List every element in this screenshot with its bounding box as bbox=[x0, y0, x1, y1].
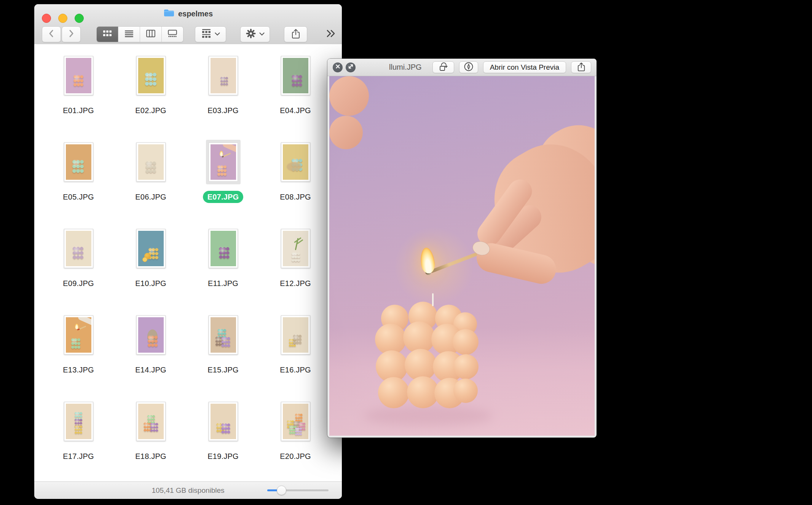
curled-finger bbox=[329, 116, 363, 149]
file-thumbnail bbox=[136, 56, 166, 95]
thumbnail-image bbox=[66, 58, 91, 93]
file-label: E18.JPG bbox=[131, 450, 171, 462]
file-item[interactable]: E10.JPG bbox=[115, 229, 187, 315]
file-label: E08.JPG bbox=[275, 191, 315, 203]
open-with-preview-label: Abrir con Vista Previa bbox=[490, 63, 559, 72]
double-chevron-right-icon bbox=[325, 29, 336, 40]
quicklook-titlebar[interactable]: llumi.JPG Abrir con Vista Previa bbox=[327, 59, 597, 76]
thumbnail-image bbox=[283, 231, 308, 266]
file-item[interactable]: E04.JPG bbox=[259, 56, 332, 142]
file-item[interactable]: E08.JPG bbox=[259, 142, 332, 229]
file-thumbnail bbox=[64, 315, 93, 355]
rotate-left-button[interactable] bbox=[432, 61, 454, 73]
thumbnail-image bbox=[211, 58, 236, 93]
file-item[interactable]: E11.JPG bbox=[187, 229, 259, 315]
quicklook-share-button[interactable] bbox=[571, 61, 591, 73]
quicklook-fullscreen-button[interactable] bbox=[346, 62, 356, 72]
file-label: E14.JPG bbox=[131, 364, 171, 376]
file-label: E10.JPG bbox=[131, 277, 171, 289]
rotate-left-icon bbox=[437, 62, 449, 73]
back-button[interactable] bbox=[42, 26, 61, 42]
grid-view-icon bbox=[103, 30, 112, 39]
chevron-down-icon bbox=[215, 31, 220, 37]
view-list-button[interactable] bbox=[118, 27, 140, 42]
thumbnail-image bbox=[138, 58, 164, 93]
file-grid: E01.JPG E02.JPG E03.JPG E04.JPG E05.JPG … bbox=[34, 44, 342, 482]
file-thumbnail bbox=[209, 229, 238, 268]
file-item[interactable]: E09.JPG bbox=[42, 229, 115, 315]
curled-finger bbox=[329, 76, 369, 116]
thumbnail-image bbox=[138, 144, 164, 180]
thumbnail-image bbox=[66, 404, 91, 439]
file-thumbnail bbox=[281, 142, 310, 182]
file-thumbnail bbox=[209, 142, 238, 182]
file-thumbnail bbox=[281, 56, 310, 95]
file-item[interactable]: E05.JPG bbox=[42, 142, 115, 229]
file-label: E13.JPG bbox=[58, 364, 98, 376]
view-mode-control bbox=[96, 26, 183, 42]
file-thumbnail bbox=[209, 315, 238, 355]
thumbnail-image bbox=[138, 231, 164, 266]
file-item[interactable]: E13.JPG bbox=[42, 315, 115, 402]
share-button[interactable] bbox=[284, 26, 307, 42]
view-gallery-button[interactable] bbox=[161, 27, 183, 42]
file-item[interactable]: E07.JPG bbox=[187, 142, 259, 229]
file-thumbnail bbox=[64, 229, 93, 268]
file-item[interactable]: E15.JPG bbox=[187, 315, 259, 402]
thumbnail-image bbox=[211, 317, 236, 353]
file-item[interactable]: E20.JPG bbox=[259, 402, 332, 482]
thumbnail-image bbox=[211, 144, 236, 180]
quicklook-close-button[interactable] bbox=[333, 62, 343, 72]
file-label: E03.JPG bbox=[203, 104, 243, 117]
slider-knob[interactable] bbox=[277, 486, 286, 495]
file-item[interactable]: E19.JPG bbox=[187, 402, 259, 482]
group-button[interactable] bbox=[195, 26, 226, 42]
file-label: E16.JPG bbox=[275, 364, 315, 376]
thumbnail-image bbox=[211, 404, 236, 439]
action-menu-button[interactable] bbox=[240, 26, 270, 42]
file-item[interactable]: E14.JPG bbox=[115, 315, 187, 402]
file-label: E19.JPG bbox=[203, 450, 243, 462]
thumbnail-image bbox=[211, 231, 236, 266]
file-thumbnail bbox=[281, 229, 310, 268]
forward-button[interactable] bbox=[62, 26, 81, 42]
finder-window: espelmes bbox=[34, 4, 342, 499]
finder-titlebar[interactable]: espelmes bbox=[34, 4, 342, 45]
open-with-preview-button[interactable]: Abrir con Vista Previa bbox=[483, 61, 566, 73]
preview-photo bbox=[329, 76, 595, 436]
list-view-icon bbox=[124, 30, 134, 39]
file-label: E02.JPG bbox=[131, 104, 171, 117]
markup-button[interactable] bbox=[459, 61, 478, 73]
file-thumbnail bbox=[209, 402, 238, 441]
toolbar-overflow-button[interactable] bbox=[325, 29, 336, 40]
file-item[interactable]: E01.JPG bbox=[42, 56, 115, 142]
chevron-right-icon bbox=[67, 29, 75, 39]
file-item[interactable]: E18.JPG bbox=[115, 402, 187, 482]
file-label: E15.JPG bbox=[203, 364, 243, 376]
file-thumbnail bbox=[64, 142, 93, 182]
file-label: E06.JPG bbox=[131, 191, 171, 203]
file-thumbnail bbox=[136, 315, 166, 355]
thumbnail-image bbox=[283, 404, 308, 439]
thumbnail-image bbox=[66, 231, 91, 266]
thumbnail-image bbox=[283, 58, 308, 93]
file-label: E05.JPG bbox=[58, 191, 98, 203]
file-label: E07.JPG bbox=[203, 191, 244, 203]
folder-icon bbox=[163, 8, 175, 19]
thumbnail-image bbox=[66, 144, 91, 180]
file-item[interactable]: E02.JPG bbox=[115, 56, 187, 142]
view-columns-button[interactable] bbox=[140, 27, 161, 42]
file-thumbnail bbox=[209, 56, 238, 95]
file-label: E04.JPG bbox=[275, 104, 315, 117]
view-grid-button[interactable] bbox=[97, 27, 118, 42]
file-item[interactable]: E17.JPG bbox=[42, 402, 115, 482]
thumbnail-size-slider[interactable] bbox=[267, 482, 329, 499]
thumbnail-image bbox=[138, 404, 164, 439]
file-item[interactable]: E06.JPG bbox=[115, 142, 187, 229]
file-item[interactable]: E16.JPG bbox=[259, 315, 332, 402]
file-item[interactable]: E12.JPG bbox=[259, 229, 332, 315]
finder-toolbar bbox=[34, 24, 342, 44]
chevron-left-icon bbox=[47, 29, 56, 39]
file-item[interactable]: E03.JPG bbox=[187, 56, 259, 142]
window-title: espelmes bbox=[178, 10, 213, 18]
